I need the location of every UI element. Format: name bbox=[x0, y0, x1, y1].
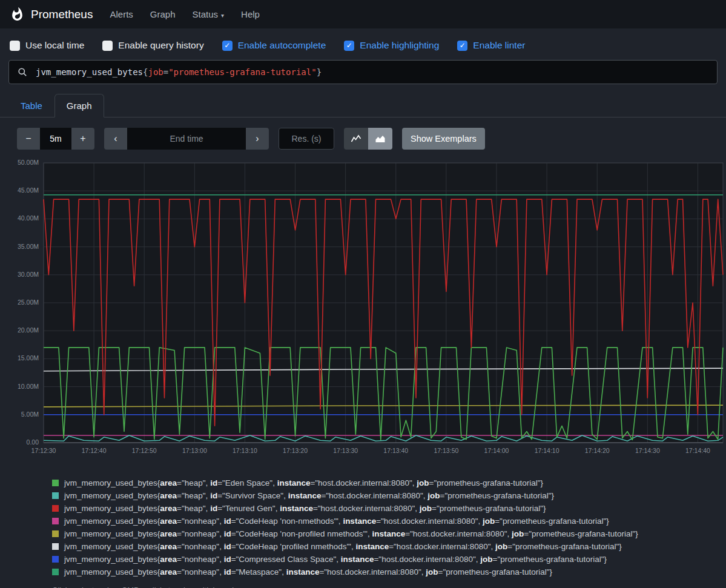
checkbox-enable-linter[interactable]: ✓Enable linter bbox=[457, 40, 525, 51]
legend-item-survivor[interactable]: jvm_memory_used_bytes{area="heap", id="S… bbox=[52, 489, 726, 502]
checkbox-enable-highlighting[interactable]: ✓Enable highlighting bbox=[344, 40, 439, 51]
show-exemplars-button[interactable]: Show Exemplars bbox=[402, 128, 485, 150]
time-back-button[interactable]: ‹ bbox=[104, 128, 127, 150]
y-axis-label: 50.00M bbox=[18, 159, 39, 166]
end-time-input[interactable] bbox=[127, 128, 246, 150]
x-axis-label: 17:13:50 bbox=[434, 447, 458, 454]
legend-label: jvm_memory_used_bytes{area="nonheap", id… bbox=[64, 542, 622, 551]
legend-swatch bbox=[52, 518, 59, 524]
chart-svg[interactable]: 17:12:3017:12:4017:12:5017:13:0017:13:10… bbox=[16, 158, 725, 460]
y-axis-label: 25.00M bbox=[18, 299, 39, 306]
x-axis-label: 17:13:20 bbox=[283, 447, 308, 454]
enable-autocomplete-checkbox[interactable]: ✓ bbox=[222, 41, 233, 51]
legend-swatch bbox=[52, 543, 59, 550]
query-token: job bbox=[148, 67, 163, 77]
legend-label: jvm_memory_used_bytes{area="heap", id="E… bbox=[64, 478, 543, 487]
legend-swatch bbox=[52, 480, 59, 486]
y-axis-label: 0.00 bbox=[27, 438, 39, 446]
checkbox-enable-autocomplete[interactable]: ✓Enable autocomplete bbox=[222, 40, 326, 51]
y-axis-label: 15.00M bbox=[18, 354, 39, 362]
query-input[interactable]: jvm_memory_used_bytes{job="prometheus-gr… bbox=[8, 60, 718, 84]
options-row: Use local timeEnable query history✓Enabl… bbox=[0, 28, 726, 59]
checkbox-label: Enable autocomplete bbox=[238, 40, 326, 51]
navbar: Prometheus AlertsGraphStatus▾Help bbox=[0, 0, 726, 28]
x-axis-label: 17:13:30 bbox=[333, 447, 358, 454]
legend-label: jvm_memory_used_bytes{area="heap", id="S… bbox=[64, 491, 554, 500]
brand-title: Prometheus bbox=[31, 8, 93, 21]
line-chart-icon bbox=[351, 134, 361, 144]
nav-items: AlertsGraphStatus▾Help bbox=[110, 9, 259, 19]
legend-item-profiled[interactable]: jvm_memory_used_bytes{area="nonheap", id… bbox=[52, 540, 726, 553]
legend-swatch bbox=[52, 492, 59, 499]
tab-graph[interactable]: Graph bbox=[54, 94, 104, 117]
y-axis-label: 10.00M bbox=[18, 383, 39, 390]
graph-controls: − 5m + ‹ › Show Exemplars bbox=[0, 117, 726, 156]
x-axis-label: 17:13:40 bbox=[383, 447, 408, 454]
time-forward-button[interactable]: › bbox=[246, 128, 269, 150]
checkbox-label: Enable query history bbox=[118, 40, 203, 51]
nav-item-status[interactable]: Status▾ bbox=[193, 9, 225, 19]
brand[interactable]: Prometheus bbox=[10, 7, 93, 22]
x-axis-label: 17:13:10 bbox=[233, 447, 257, 454]
resolution-input[interactable] bbox=[279, 128, 334, 150]
legend-swatch bbox=[52, 569, 59, 575]
query-token: = bbox=[163, 67, 168, 77]
duration-decrease-button[interactable]: − bbox=[17, 128, 40, 150]
query-expression[interactable]: jvm_memory_used_bytes{job="prometheus-gr… bbox=[36, 67, 322, 77]
x-axis-label: 17:14:30 bbox=[635, 447, 660, 454]
x-axis-label: 17:12:50 bbox=[132, 447, 157, 454]
legend-label: jvm_memory_used_bytes{area="nonheap", id… bbox=[64, 567, 552, 576]
nav-item-help[interactable]: Help bbox=[241, 9, 260, 19]
stacked-graph-button[interactable] bbox=[368, 128, 392, 150]
enable-linter-checkbox[interactable]: ✓ bbox=[457, 41, 467, 51]
legend-label: jvm_memory_used_bytes{area="heap", id="T… bbox=[64, 504, 546, 513]
caret-down-icon: ▾ bbox=[221, 12, 224, 19]
legend-label: jvm_memory_used_bytes{area="nonheap", id… bbox=[64, 529, 638, 538]
duration-stepper: − 5m + bbox=[17, 128, 94, 150]
legend-item-tenured[interactable]: jvm_memory_used_bytes{area="heap", id="T… bbox=[52, 502, 726, 515]
legend-label: jvm_memory_used_bytes{area="nonheap", id… bbox=[64, 517, 609, 526]
query-row: jvm_memory_used_bytes{job="prometheus-gr… bbox=[0, 59, 726, 84]
legend-item-eden[interactable]: jvm_memory_used_bytes{area="heap", id="E… bbox=[52, 477, 726, 489]
legend: jvm_memory_used_bytes{area="heap", id="E… bbox=[52, 477, 726, 578]
legend-label: jvm_memory_used_bytes{area="nonheap", id… bbox=[64, 555, 607, 564]
legend-item-nonnmethods[interactable]: jvm_memory_used_bytes{area="nonheap", id… bbox=[52, 515, 726, 527]
time-navigation: ‹ › bbox=[104, 128, 269, 150]
legend-item-nonprofiled[interactable]: jvm_memory_used_bytes{area="nonheap", id… bbox=[52, 527, 726, 540]
y-axis-label: 5.00M bbox=[21, 411, 39, 418]
query-token: jvm_memory_used_bytes bbox=[36, 67, 143, 77]
line-graph-button[interactable] bbox=[344, 128, 368, 150]
y-axis-label: 30.00M bbox=[18, 271, 39, 278]
x-axis-label: 17:13:00 bbox=[182, 447, 207, 454]
enable-highlighting-checkbox[interactable]: ✓ bbox=[344, 41, 354, 51]
x-axis-label: 17:12:30 bbox=[31, 447, 56, 454]
tab-bar: TableGraph bbox=[0, 94, 726, 117]
checkbox-enable-query-history[interactable]: Enable query history bbox=[102, 40, 203, 51]
legend-item-compressed[interactable]: jvm_memory_used_bytes{area="nonheap", id… bbox=[52, 553, 726, 566]
checkbox-label: Enable linter bbox=[473, 40, 525, 51]
y-axis-label: 45.00M bbox=[18, 187, 39, 194]
graph-panel: 17:12:3017:12:4017:12:5017:13:0017:13:10… bbox=[16, 158, 726, 588]
legend-swatch bbox=[52, 505, 59, 512]
legend-item-metaspace[interactable]: jvm_memory_used_bytes{area="nonheap", id… bbox=[52, 566, 726, 578]
query-token: } bbox=[317, 67, 322, 77]
search-icon bbox=[9, 67, 36, 77]
use-local-time-checkbox[interactable] bbox=[10, 41, 20, 51]
x-axis-label: 17:14:20 bbox=[585, 447, 610, 454]
y-axis-label: 40.00M bbox=[18, 214, 39, 222]
y-axis-label: 35.00M bbox=[18, 243, 39, 250]
checkbox-use-local-time[interactable]: Use local time bbox=[10, 40, 84, 51]
nav-item-alerts[interactable]: Alerts bbox=[110, 9, 133, 19]
tab-table[interactable]: Table bbox=[8, 94, 54, 117]
checkbox-label: Use local time bbox=[25, 40, 84, 51]
y-axis-label: 20.00M bbox=[18, 326, 39, 334]
nav-item-graph[interactable]: Graph bbox=[150, 9, 176, 19]
duration-increase-button[interactable]: + bbox=[71, 128, 94, 150]
x-axis-label: 17:14:00 bbox=[484, 447, 509, 454]
legend-swatch bbox=[52, 556, 59, 563]
duration-input[interactable]: 5m bbox=[40, 128, 71, 150]
legend-swatch bbox=[52, 530, 59, 537]
enable-query-history-checkbox[interactable] bbox=[102, 41, 113, 51]
legend-hint: Click: select series, CMD + click: toggl… bbox=[52, 586, 726, 588]
x-axis-label: 17:14:10 bbox=[535, 447, 559, 454]
